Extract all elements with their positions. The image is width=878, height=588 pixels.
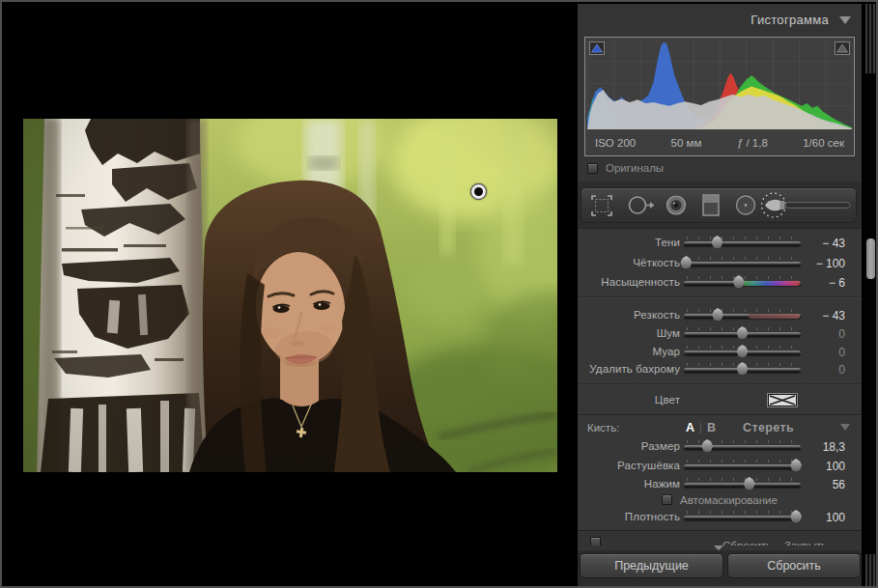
slider-defringe-value[interactable]: 0 [780,363,845,377]
histogram-panel-header[interactable]: Гистограмма [578,4,862,36]
panel-edge [864,2,878,588]
slider-shadows-label: Тени [578,237,680,248]
section-border [578,414,862,416]
slider-saturation-value[interactable]: − 6 [780,276,845,290]
slider-noise-label: Шум [578,327,680,339]
slider-feather-label: Растушёвка [578,460,680,471]
clipped-reset-fragment[interactable]: Сбросить [722,540,772,546]
toolstrip-band [578,182,862,228]
brush-b-button[interactable]: В [707,421,716,434]
brush-adjustments-panel: Тени− 43Чёткость− 100Насыщенность− 6 Рез… [578,228,862,531]
exif-iso: ISO 200 [595,137,636,149]
slider-saturation-label: Насыщенность [578,276,680,288]
slider-size-value[interactable]: 18,3 [780,440,845,454]
slider-size: Размер18,3 [578,437,862,457]
slider-flow-label: Нажим [578,478,680,490]
slider-moire: Муар0 [578,343,862,362]
slider-defringe-label: Удалить бахрому [578,363,680,375]
histogram-panel-title: Гистограмма [751,13,829,27]
automask-label: Автомаскирование [680,494,778,506]
slider-moire-value[interactable]: 0 [780,346,845,359]
brush-erase-button[interactable]: Стереть [743,421,794,434]
previous-button[interactable]: Предыдущие [580,553,723,578]
slider-clarity-value[interactable]: − 100 [780,257,845,270]
crop-tool-icon[interactable] [592,196,611,215]
shadow-clipping-indicator[interactable] [589,42,605,55]
histogram-box: ISO 200 50 мм ƒ / 1,8 1/60 сек [584,37,855,156]
right-panel: Гистограмма ISO 200 50 мм ƒ / 1,8 1/60 с… [578,4,862,588]
graduated-filter-tool-icon[interactable] [703,195,719,215]
slider-density: Плотность100 [578,508,862,527]
collapse-triangle-icon[interactable] [839,16,851,24]
slider-density-label: Плотность [578,511,680,522]
automask-row: Автомаскирование [578,493,862,508]
automask-checkbox[interactable] [662,494,672,505]
originals-checkbox[interactable] [587,163,598,174]
slider-shadows-value[interactable]: − 43 [780,237,845,250]
radial-filter-tool-icon[interactable] [737,196,755,214]
brush-a-button[interactable]: А [686,421,694,434]
exif-info-row: ISO 200 50 мм ƒ / 1,8 1/60 сек [585,129,854,155]
slider-flow: Нажим56 [578,475,862,494]
reset-button[interactable]: Сбросить [727,553,861,578]
slider-sharpness: Резкость− 43 [578,306,862,325]
slider-flow-value[interactable]: 56 [780,478,845,491]
toolstrip [581,187,857,223]
exif-focal-length: 50 мм [671,137,702,149]
exif-aperture: ƒ / 1,8 [737,137,768,149]
brush-collapse-icon[interactable] [840,424,850,431]
lightroom-window: Гистограмма ISO 200 50 мм ƒ / 1,8 1/60 с… [0,0,878,588]
slider-sharpness-label: Резкость [578,309,680,321]
exif-shutter: 1/60 сек [803,137,844,149]
color-swatch[interactable] [768,394,797,406]
slider-feather: Растушёвка100 [578,457,862,476]
slider-saturation: Насыщенность− 6 [578,273,862,293]
brush-header: Кисть: А В Стереть [578,420,862,436]
slider-defringe: Удалить бахрому0 [578,360,862,379]
panel-edge-grip [865,4,876,73]
clipped-next-row: Сбросить Закрыть [578,533,862,546]
divider [578,296,862,298]
slider-moire-label: Муар [578,346,680,357]
highlight-clipping-indicator[interactable] [835,42,850,55]
color-label: Цвет [578,394,680,406]
brush-handle [785,203,850,209]
originals-row: Оригиналы [587,160,664,176]
divider [578,383,862,385]
red-eye-tool-icon[interactable] [667,196,686,214]
color-row: Цвет [578,391,862,410]
photo-canvas[interactable] [23,119,557,472]
separator [700,423,701,434]
histogram-plot[interactable] [587,40,852,129]
photo-image [23,119,557,472]
adjustment-brush-tool-icon[interactable] [762,193,851,217]
slider-sharpness-value[interactable]: − 43 [780,309,845,322]
slider-shadows: Тени− 43 [578,234,862,253]
spot-removal-tool-icon[interactable] [630,197,655,213]
clipped-checkbox[interactable] [590,537,601,546]
brush-label: Кисть: [587,422,619,434]
slider-size-label: Размер [578,440,680,452]
slider-feather-value[interactable]: 100 [780,460,845,473]
adjustment-pin[interactable] [470,183,487,200]
slider-clarity-label: Чёткость [578,257,680,268]
panel-scrollbar-thumb[interactable] [866,238,875,279]
slider-noise-value[interactable]: 0 [780,327,845,341]
panel-edge-grip [865,554,876,586]
panel-footer: Предыдущие Сбросить [578,550,862,588]
slider-noise: Шум0 [578,324,862,344]
clipped-close-fragment[interactable]: Закрыть [784,540,827,546]
originals-label: Оригиналы [606,162,664,174]
slider-clarity: Чёткость− 100 [578,254,862,273]
slider-density-value[interactable]: 100 [780,511,845,524]
